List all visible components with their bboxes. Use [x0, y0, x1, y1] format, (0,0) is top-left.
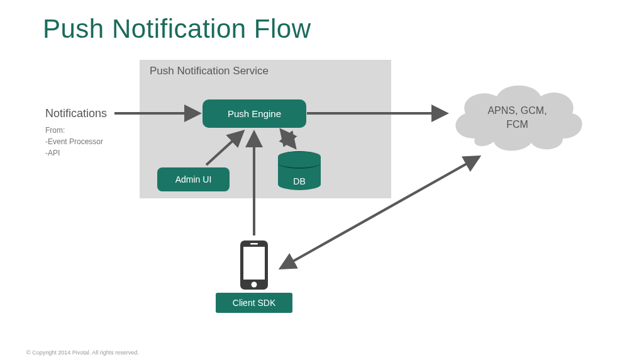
- svg-point-2: [252, 282, 257, 288]
- push-engine-label: Push Engine: [228, 108, 281, 119]
- cloud-label: APNS, GCM, FCM: [465, 104, 569, 131]
- notifications-source-2: -API: [45, 149, 60, 157]
- copyright-text: © Copyright 2014 Pivotal. All rights res…: [26, 349, 139, 356]
- client-sdk-box: Client SDK: [216, 293, 292, 313]
- client-sdk-label: Client SDK: [233, 298, 275, 308]
- notifications-from-label: From:: [45, 126, 65, 135]
- slide-title: Push Notification Flow: [43, 14, 311, 44]
- db-label: DB: [278, 176, 321, 186]
- db-cylinder: DB: [278, 151, 321, 190]
- admin-ui-label: Admin UI: [175, 174, 212, 184]
- cloud-label-line1: APNS, GCM,: [487, 105, 547, 116]
- phone-icon: [238, 239, 270, 291]
- admin-ui-box: Admin UI: [157, 167, 230, 191]
- service-container-label: Push Notification Service: [150, 65, 269, 77]
- cloud-label-line2: FCM: [506, 119, 528, 130]
- svg-rect-3: [250, 243, 258, 245]
- svg-rect-1: [243, 247, 265, 280]
- notifications-source-1: -Event Processor: [45, 137, 103, 146]
- notifications-sources: From: -Event Processor -API: [45, 125, 103, 159]
- push-engine-box: Push Engine: [203, 99, 306, 128]
- notifications-heading: Notifications: [45, 107, 107, 120]
